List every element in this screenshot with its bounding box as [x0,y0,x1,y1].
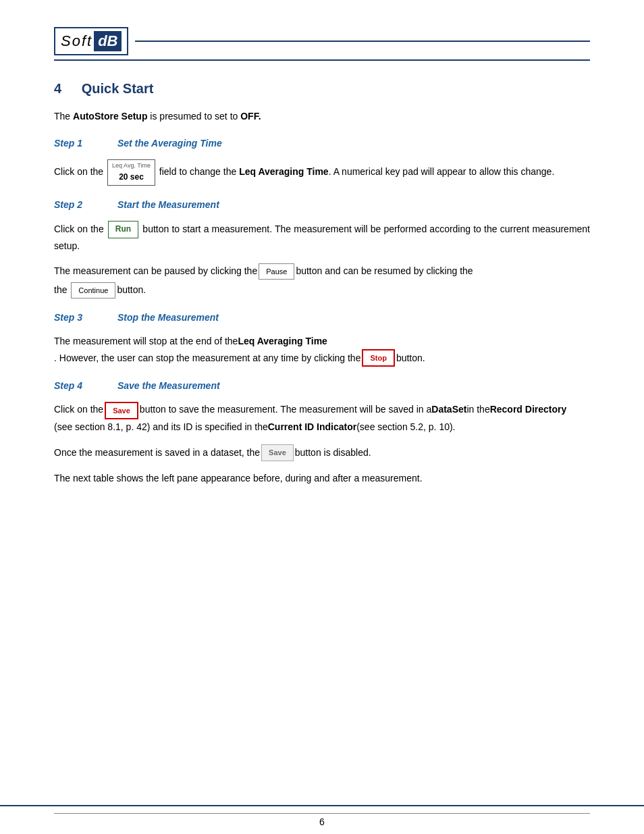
pause-text-before: The measurement can be paused by clickin… [54,263,257,279]
step4-label: Step 4 [54,380,115,391]
once-text: Once the measurement is saved in a datas… [54,445,260,461]
step1-text-before: Click on the [54,166,106,177]
save-button-inline[interactable]: Save [105,402,138,419]
step4-text-after: button to save the measurement. The meas… [140,402,431,417]
step1-title: Set the Averaging Time [117,138,222,149]
step1-heading: Step 1 Set the Averaging Time [54,138,590,149]
step2-label: Step 2 [54,199,115,210]
step4-bold1: DataSet [431,402,466,417]
step3-label: Step 3 [54,312,115,323]
step2-heading: Step 2 Start the Measurement [54,199,590,210]
once-text-after: button is disabled. [295,445,371,461]
pause-button-inline[interactable]: Pause [259,263,294,280]
step1-text-after: field to change the [159,166,239,177]
footer-divider [54,813,590,814]
step1-label: Step 1 [54,138,115,149]
step4-text3: (see section 8.1, p. 42) and its ID is s… [54,419,268,435]
step4-once-paragraph: Once the measurement is saved in a datas… [54,444,590,461]
intro-paragraph: The AutoStore Setup is presumed to set t… [54,109,590,124]
step3-heading: Step 3 Stop the Measurement [54,312,590,323]
continue-text-after: button. [117,282,146,298]
step3-text-after: button. [396,350,425,366]
page: Soft dB 4 Quick Start The AutoStore Setu… [0,0,644,834]
run-button-inline[interactable]: Run [108,221,138,238]
logo-box: Soft dB [54,27,128,55]
page-number: 6 [319,816,325,827]
step4-title: Save the Measurement [117,380,220,391]
the-label-continue: the [54,282,70,298]
step3-paragraph: The measurement will stop at the end of … [54,334,590,367]
intro-text2: is presumed to set to [147,111,240,122]
next-table-text: The next table shows the left pane appea… [54,471,590,486]
step2-title: Start the Measurement [117,199,219,210]
step4-text-before: Click on the [54,402,103,417]
stop-button-inline[interactable]: Stop [362,349,394,367]
pause-text-after: button and can be resumed by clicking th… [296,263,473,279]
step4-text4: (see section 5.2, p. 10). [356,419,455,435]
step2-paragraph: Click on the Run button to start a measu… [54,221,590,254]
continue-button-inline[interactable]: Continue [71,282,115,298]
step4-paragraph: Click on the Save button to save the mea… [54,402,590,435]
intro-bold2: OFF. [240,111,261,122]
intro-text1: The [54,111,73,122]
step1-bold: Leq Averaging Time [239,166,329,177]
logo-area: Soft dB [54,27,590,61]
step4-bold3: Current ID Indicator [268,419,356,435]
step3-text-middle: . However, the user can stop the measure… [54,350,360,366]
save-disabled-button-inline: Save [261,444,294,461]
leq-avg-time-field[interactable]: Leq Avg. Time 20 sec [107,159,155,186]
leq-value-text: 20 sec [112,171,151,184]
step1-text-end: . A numerical key pad will appear to all… [329,166,555,177]
step4-bold2: Record Directory [490,402,567,417]
logo-divider [135,41,590,42]
logo-db-text: dB [94,31,122,51]
step3-title: Stop the Measurement [117,312,219,323]
logo-soft-text: Soft [61,32,92,50]
step1-paragraph: Click on the Leq Avg. Time 20 sec field … [54,159,590,186]
step3-text-before: The measurement will stop at the end of … [54,334,238,349]
pause-paragraph: The measurement can be paused by clickin… [54,263,590,280]
intro-bold1: AutoStore Setup [73,111,147,122]
step3-bold: Leq Averaging Time [238,334,327,349]
continue-row: the Continue button. [54,282,590,298]
section-title: 4 Quick Start [54,81,590,97]
section-number: 4 [54,81,61,96]
leq-label-text: Leq Avg. Time [112,161,151,171]
step4-text2: in the [466,402,489,417]
step2-text-before: Click on the [54,223,107,234]
step4-heading: Step 4 Save the Measurement [54,380,590,391]
footer: 6 [0,805,644,834]
section-title-text: Quick Start [82,81,154,96]
